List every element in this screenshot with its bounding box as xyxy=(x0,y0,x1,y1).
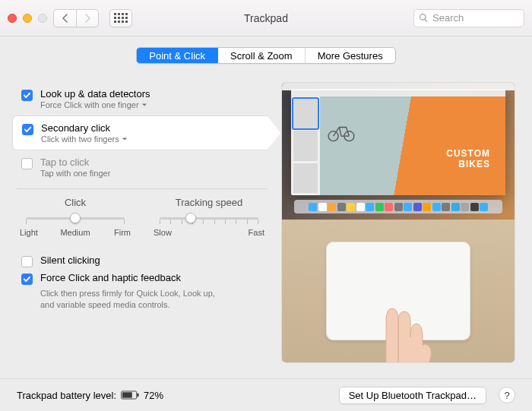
checkbox-tap-to-click[interactable] xyxy=(21,158,33,169)
divider xyxy=(17,188,268,189)
option-tap-to-click[interactable]: Tap to click Tap with one finger xyxy=(17,150,268,184)
setup-bluetooth-trackpad-button[interactable]: Set Up Bluetooth Trackpad… xyxy=(339,387,486,404)
option-secondary-click-sub[interactable]: Click with two fingers xyxy=(41,134,128,144)
tracking-slider-group: Tracking speed Slow Fast xyxy=(154,197,264,237)
option-force-click[interactable]: Force Click and haptic feedback xyxy=(17,270,268,287)
search-input[interactable]: Search xyxy=(413,9,524,27)
preview-menubar xyxy=(282,83,515,90)
preview-dock xyxy=(294,200,502,213)
option-tap-to-click-title: Tap to click xyxy=(40,156,110,168)
option-lookup-title: Look up & data detectors xyxy=(40,88,150,100)
tab-scroll-and-zoom[interactable]: Scroll & Zoom xyxy=(218,48,306,63)
tab-point-and-click[interactable]: Point & Click xyxy=(137,48,218,63)
click-slider-group: Click Light Medium Firm xyxy=(20,197,131,237)
preview-headline-2: BIKES xyxy=(458,159,490,169)
option-secondary-click-title: Secondary click xyxy=(41,122,128,134)
chevron-down-icon xyxy=(141,102,147,108)
preview-window: CUSTOM BIKES xyxy=(291,89,505,195)
tab-bar: Point & Click Scroll & Zoom More Gesture… xyxy=(136,47,395,64)
hand-illustration xyxy=(353,299,444,363)
option-silent-clicking-title: Silent clicking xyxy=(40,255,100,266)
zoom-window-button xyxy=(38,14,47,23)
search-icon xyxy=(419,13,429,23)
tab-more-gestures[interactable]: More Gestures xyxy=(306,48,395,63)
svg-rect-3 xyxy=(137,394,138,397)
preview-trackpad-area xyxy=(282,220,515,362)
preview-pane: CUSTOM BIKES xyxy=(281,82,515,363)
tracking-slider-knob[interactable] xyxy=(185,213,196,223)
click-slider-label: Click xyxy=(65,197,86,208)
checkbox-force-click[interactable] xyxy=(21,273,33,285)
minimize-window-button[interactable] xyxy=(23,14,32,23)
battery-label: Trackpad battery level: xyxy=(17,390,116,401)
click-slider-knob[interactable] xyxy=(70,213,81,223)
option-lookup[interactable]: Look up & data detectors Force Click wit… xyxy=(17,82,268,115)
option-tap-to-click-sub: Tap with one finger xyxy=(40,169,110,178)
checkbox-silent-clicking[interactable] xyxy=(21,256,33,267)
search-placeholder: Search xyxy=(432,12,464,24)
option-force-click-title: Force Click and haptic feedback xyxy=(40,272,181,283)
bike-icon xyxy=(326,122,356,142)
grid-icon xyxy=(114,13,128,23)
chevron-down-icon xyxy=(122,136,128,142)
option-silent-clicking[interactable]: Silent clicking xyxy=(17,252,268,270)
preview-headline-1: CUSTOM xyxy=(446,148,490,159)
traffic-lights xyxy=(8,14,47,23)
forward-button[interactable] xyxy=(76,9,99,27)
footer: Trackpad battery level: 72% Set Up Bluet… xyxy=(0,378,532,411)
battery-icon xyxy=(121,390,139,400)
click-slider[interactable] xyxy=(26,211,125,225)
preview-desktop: CUSTOM BIKES xyxy=(282,83,515,220)
option-force-click-desc: Click then press firmly for Quick Look, … xyxy=(40,288,230,311)
nav-group xyxy=(53,9,99,27)
close-window-button[interactable] xyxy=(8,14,17,23)
battery-percent: 72% xyxy=(144,390,163,401)
show-all-prefs-button[interactable] xyxy=(109,9,132,27)
titlebar: Trackpad Search xyxy=(0,0,532,36)
svg-rect-4 xyxy=(122,392,132,397)
content-area: Point & Click Scroll & Zoom More Gesture… xyxy=(0,36,532,378)
options-column: Look up & data detectors Force Click wit… xyxy=(17,82,268,369)
option-secondary-click[interactable]: Secondary click Click with two fingers xyxy=(12,115,268,150)
help-button[interactable]: ? xyxy=(499,387,515,403)
tracking-slider-label: Tracking speed xyxy=(176,197,242,208)
back-button[interactable] xyxy=(53,9,76,27)
option-lookup-sub[interactable]: Force Click with one finger xyxy=(40,100,150,109)
checkbox-lookup[interactable] xyxy=(21,90,33,101)
checkbox-secondary-click[interactable] xyxy=(22,124,33,135)
tracking-slider[interactable] xyxy=(160,211,258,225)
